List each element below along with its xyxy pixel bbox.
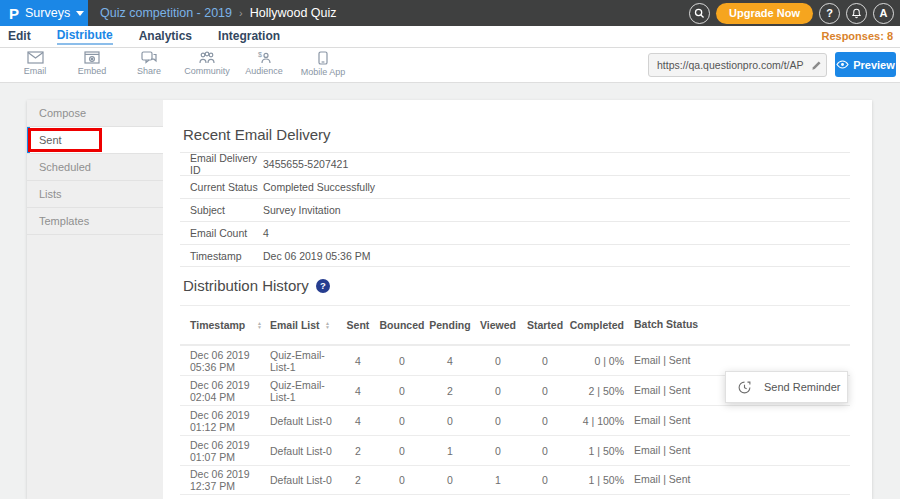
cell-completed: 2 | 50% (568, 385, 624, 397)
cell-timestamp: Dec 06 2019 02:04 PM (190, 379, 270, 403)
cell-batch-status: Email | Sent (624, 444, 840, 458)
sidebar-item-lists[interactable]: Lists (27, 181, 163, 208)
responses-count[interactable]: Responses: 8 (821, 30, 893, 42)
questionpro-logo-icon: P (9, 6, 19, 21)
tab-integration[interactable]: Integration (218, 29, 280, 44)
notifications-button[interactable] (846, 3, 867, 24)
cell-email-list: Default List-0 (270, 415, 338, 427)
breadcrumb-parent[interactable]: Quiz competition - 2019 (100, 6, 232, 20)
surveys-menu-label: Surveys (25, 6, 70, 20)
cell-started: 0 (522, 355, 568, 367)
help-icon[interactable]: ? (316, 279, 330, 293)
cell-pending: 0 (426, 415, 474, 427)
toolbar-item-community[interactable]: Community (178, 51, 236, 76)
column-header-viewed: Viewed (474, 319, 522, 331)
preview-button[interactable]: Preview (835, 52, 896, 77)
user-avatar[interactable]: A (873, 3, 894, 24)
cell-bounced: 0 (378, 385, 426, 397)
row-actions-menu: Send Reminder (725, 371, 848, 403)
cell-completed: 4 | 100% (568, 415, 624, 427)
toolbar-item-label: Email (24, 66, 47, 76)
toolbar-item-audience[interactable]: $ Audience (235, 51, 293, 76)
detail-row: Email Count 4 (180, 221, 850, 244)
cell-bounced: 0 (378, 445, 426, 457)
detail-value: 3455655-5207421 (260, 158, 348, 170)
distribution-history-heading: Distribution History ? (183, 277, 330, 294)
toolbar-item-label: Community (184, 66, 230, 76)
column-header-email-list[interactable]: Email List ▲▼ (270, 319, 338, 331)
detail-label: Subject (180, 204, 260, 216)
survey-url-field (648, 53, 827, 77)
menu-item-send-reminder[interactable]: Send Reminder (764, 381, 840, 393)
svg-text:$: $ (258, 51, 262, 58)
surveys-menu[interactable]: P Surveys (0, 0, 88, 26)
detail-label: Timestamp (180, 250, 260, 262)
toolbar-item-embed[interactable]: Embed (63, 51, 121, 76)
cell-viewed: 0 (474, 445, 522, 457)
tab-edit[interactable]: Edit (8, 29, 31, 44)
detail-row: Current Status Completed Successfully (180, 175, 850, 198)
tab-analytics[interactable]: Analytics (139, 29, 192, 44)
sent-panel-card: Compose Sent Scheduled Lists Templates R… (27, 100, 872, 499)
cell-started: 0 (522, 415, 568, 427)
cell-email-list: Quiz-Email-List-1 (270, 379, 338, 403)
cell-pending: 2 (426, 385, 474, 397)
cell-started: 0 (522, 385, 568, 397)
recent-delivery-details: Email Delivery ID 3455655-5207421 Curren… (180, 152, 850, 267)
mobile-phone-icon (318, 51, 328, 65)
column-header-pending: Pending (426, 319, 474, 331)
cell-batch-status: Email | Sent (624, 473, 840, 487)
embed-window-icon (84, 51, 100, 64)
toolbar-item-label: Share (137, 66, 161, 76)
cell-email-list: Default List-0 (270, 445, 338, 457)
column-header-sent: Sent (338, 319, 378, 331)
distribute-toolbar: Email Embed Share Community $ Audience M… (0, 48, 900, 83)
column-header-timestamp[interactable]: Timestamp ▲▼ (190, 319, 270, 331)
cell-viewed: 0 (474, 415, 522, 427)
toolbar-item-mobile-app[interactable]: Mobile App (294, 51, 352, 77)
toolbar-item-share[interactable]: Share (120, 51, 178, 76)
cell-bounced: 0 (378, 355, 426, 367)
survey-url-input[interactable] (649, 59, 806, 71)
cell-timestamp: Dec 06 2019 05:36 PM (190, 349, 270, 373)
toolbar-item-label: Embed (78, 66, 107, 76)
column-header-started: Started (522, 319, 568, 331)
detail-row: Timestamp Dec 06 2019 05:36 PM (180, 244, 850, 267)
toolbar-item-email[interactable]: Email (6, 51, 64, 76)
column-header-completed: Completed (568, 319, 624, 331)
cell-sent: 2 (338, 474, 378, 486)
sort-icon: ▲▼ (257, 321, 262, 329)
detail-label: Email Count (180, 227, 260, 239)
cell-sent: 2 (338, 445, 378, 457)
edit-url-button[interactable] (806, 60, 826, 71)
sidebar-item-sent[interactable]: Sent (27, 127, 163, 154)
active-indicator-bar (27, 127, 30, 153)
sidebar-item-scheduled[interactable]: Scheduled (27, 154, 163, 181)
sidebar-item-templates[interactable]: Templates (27, 208, 163, 235)
pencil-icon (811, 60, 822, 71)
upgrade-now-button[interactable]: Upgrade Now (716, 3, 813, 24)
search-button[interactable] (689, 3, 710, 24)
top-bar: P Surveys Quiz competition - 2019 › Holl… (0, 0, 900, 26)
recent-email-delivery-title: Recent Email Delivery (183, 126, 331, 143)
table-row: Dec 06 2019 01:12 PM Default List-0 4 0 … (180, 405, 850, 435)
share-bubbles-icon (141, 51, 157, 64)
cell-timestamp: Dec 06 2019 12:37 PM (190, 468, 270, 492)
breadcrumb-separator: › (239, 7, 243, 19)
table-row: Dec 06 2019 12:37 PM Default List-0 2 0 … (180, 465, 850, 495)
tab-distribute[interactable]: Distribute (57, 28, 113, 45)
cell-batch-status: Email | Sent (624, 354, 840, 368)
sort-icon: ▲▼ (325, 321, 330, 329)
help-button[interactable]: ? (819, 3, 840, 24)
detail-row: Email Delivery ID 3455655-5207421 (180, 152, 850, 175)
sent-content: Recent Email Delivery Email Delivery ID … (163, 100, 872, 499)
sidebar-item-compose[interactable]: Compose (27, 100, 163, 127)
cell-sent: 4 (338, 385, 378, 397)
cell-viewed: 1 (474, 474, 522, 486)
questionpro-distribute-page: P Surveys Quiz competition - 2019 › Holl… (0, 0, 900, 499)
detail-row: Subject Survey Invitation (180, 198, 850, 221)
detail-value: Survey Invitation (260, 204, 341, 216)
detail-label: Email Delivery ID (180, 152, 260, 176)
cell-viewed: 0 (474, 385, 522, 397)
top-right-actions: Upgrade Now ? A (689, 0, 894, 26)
